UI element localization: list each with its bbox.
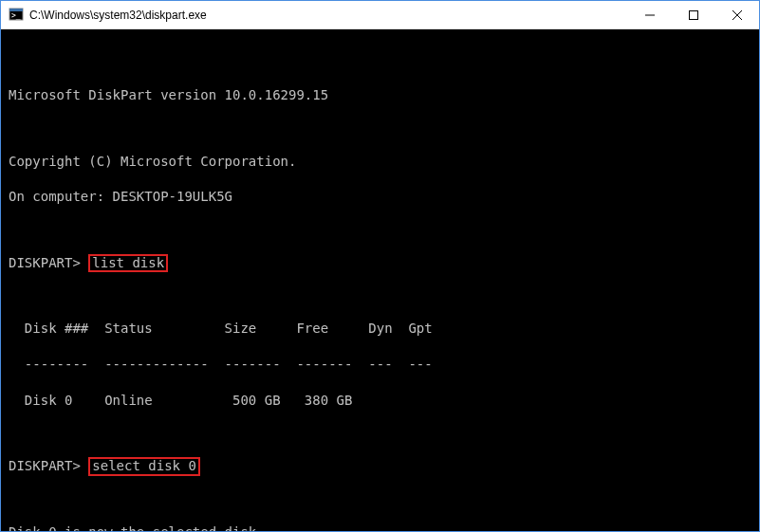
maximize-button[interactable] [672,1,715,28]
titlebar[interactable]: >_ C:\Windows\system32\diskpart.exe [1,1,759,29]
cmd-list-disk: list disk [88,254,168,272]
computer-line: On computer: DESKTOP-19ULK5G [9,188,751,206]
diskpart-window: >_ C:\Windows\system32\diskpart.exe Micr… [0,0,760,532]
disk-table-row-0: Disk 0 Online 500 GB 380 GB [9,392,751,410]
prompt-label: DISKPART> [9,255,81,270]
svg-text:>_: >_ [11,11,21,20]
terminal-output[interactable]: Microsoft DiskPart version 10.0.16299.15… [1,29,759,531]
prompt-line-1: DISKPART> list disk [9,254,751,272]
disk-table-header: Disk ### Status Size Free Dyn Gpt [9,320,751,338]
disk-table-divider: -------- ------------- ------- ------- -… [9,356,751,374]
app-icon: >_ [9,8,24,23]
window-controls [628,1,759,28]
copyright-line: Copyright (C) Microsoft Corporation. [9,153,751,171]
cmd-select-disk: select disk 0 [88,457,200,475]
window-title: C:\Windows\system32\diskpart.exe [29,9,628,22]
close-button[interactable] [715,1,759,28]
prompt-line-2: DISKPART> select disk 0 [9,457,751,475]
prompt-label: DISKPART> [9,458,81,473]
response-select-disk: Disk 0 is now the selected disk. [9,523,751,531]
version-line: Microsoft DiskPart version 10.0.16299.15 [9,86,751,104]
svg-rect-4 [690,10,698,19]
minimize-button[interactable] [628,1,672,28]
